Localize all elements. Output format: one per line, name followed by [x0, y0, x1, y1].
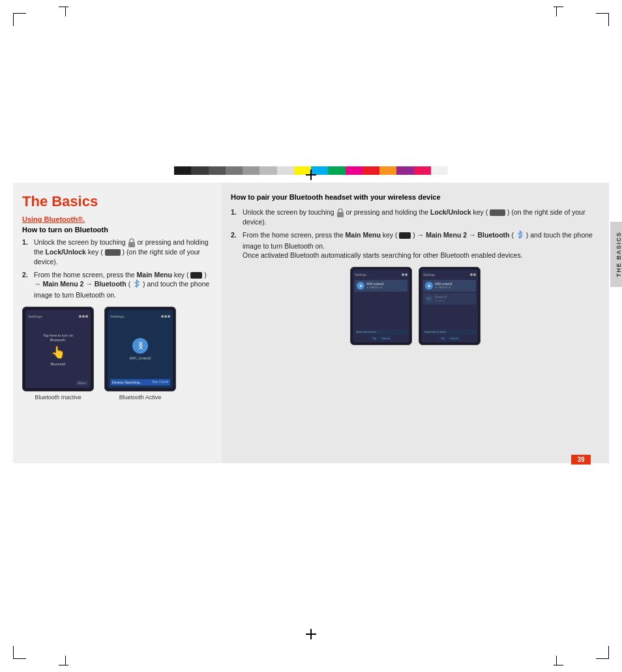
- right-column: THE BASICS 39 How to pair your Bluetooth…: [222, 183, 609, 463]
- phone-label-1: Bluetooth: [50, 362, 65, 366]
- how-to-pair-title: How to pair your Bluetooth headset with …: [231, 193, 600, 201]
- right-phone-2-wrapper: Settings ● WM united: [419, 267, 481, 345]
- left-steps-list: 1. Unlock the screen by touching or pres…: [22, 237, 213, 300]
- r-dot-3: [470, 273, 473, 276]
- section-title: The Basics: [22, 193, 213, 210]
- right-try-btn-1: Try: [370, 336, 378, 341]
- right-list-sub-2b: Headset: [435, 299, 447, 302]
- tap-hand-icon: 👆: [51, 345, 65, 359]
- crop-mark-tlh: [59, 7, 68, 7]
- bluetooth-icon-r1: [516, 230, 524, 241]
- crop-mark-blh: [59, 665, 68, 665]
- key-icon-1: [105, 249, 121, 256]
- right-list-item-2b: BT Device B Headset: [423, 293, 476, 305]
- right-list-item-1: ● WM united2 ★ PAIRED ★: [355, 280, 407, 292]
- phone-searching-text: Devices Searching...: [112, 380, 142, 384]
- crosshair-top: [306, 170, 316, 180]
- right-list-labels-2a: WM united2 ★ PAIRED ★: [435, 282, 452, 289]
- phone-status-icons-1: [79, 315, 88, 318]
- right-cancel-btn-1: Cancel: [379, 336, 391, 341]
- status-dot-3: [85, 315, 88, 318]
- crop-mark-brv: [556, 656, 557, 665]
- right-step-1-text: Unlock the screen by touching or pressin…: [243, 207, 600, 227]
- right-try-btn-2: Try: [439, 336, 447, 341]
- right-phone-status-1: Settings: [355, 272, 407, 277]
- phone-tap-text: Tap here to turn on Bluetooth.: [43, 333, 73, 343]
- right-list-bt-1: ●: [359, 283, 362, 288]
- phone-status-bar-1: Settings: [28, 314, 88, 319]
- phone-screenshot-inactive: Settings Tap here to turn on Bluetooth. …: [22, 307, 94, 391]
- right-status-icons-1: [402, 273, 407, 276]
- crop-mark-brh: [554, 665, 563, 665]
- phone-screenshot-active: Settings ᛝ WiFi_United2: [104, 307, 176, 391]
- phone-settings-label-2: Settings: [110, 314, 125, 318]
- right-phone-1-wrapper: Settings ● WM united: [350, 267, 412, 345]
- status-dot-5: [164, 315, 167, 318]
- right-step-1-num: 1.: [231, 207, 240, 227]
- status-dot-6: [168, 315, 170, 318]
- phone-status-bar-2: Settings: [110, 314, 170, 319]
- step-2-num: 2.: [22, 270, 31, 300]
- right-phone-screen-1: Settings ● WM united: [353, 269, 409, 343]
- r-dot-1: [402, 273, 404, 276]
- extra-text: Once activated Bluetooth automatically s…: [243, 251, 523, 259]
- using-bluetooth-label: Using Bluetooth®.: [22, 215, 213, 223]
- crop-mark-br: [596, 646, 609, 659]
- right-step-2: 2. From the home screen, press the Main …: [231, 230, 600, 260]
- right-phone-screenshot-2: Settings ● WM united: [419, 267, 481, 345]
- right-list-icon-2a: ●: [425, 282, 433, 290]
- right-bottom-btns-2: Try Cancel: [439, 336, 460, 341]
- phone-bottom-bar-1: Menu: [28, 380, 88, 386]
- right-settings-2: Settings: [423, 273, 435, 277]
- lock-icon-1: [128, 238, 136, 247]
- phone-screen-inactive: Settings Tap here to turn on Bluetooth. …: [25, 310, 91, 388]
- phone-screen-active: Settings ᛝ WiFi_United2: [108, 310, 173, 388]
- how-turn-on-title: How to turn on Bluetooth: [22, 226, 213, 234]
- right-step-2-text: From the home screen, press the Main Men…: [243, 230, 600, 260]
- right-cancel-btn-2: Cancel: [448, 336, 460, 341]
- right-list-labels-1: WM united2 ★ PAIRED ★: [366, 282, 384, 289]
- phone-menu-btn-1: Menu: [76, 380, 88, 386]
- phone-inactive-wrapper: Settings Tap here to turn on Bluetooth. …: [22, 307, 94, 401]
- left-step-2: 2. From the home screen, press the Main …: [22, 270, 213, 300]
- left-column: The Basics Using Bluetooth®. How to turn…: [13, 183, 222, 463]
- step-1-num: 1.: [22, 237, 31, 267]
- right-list-icon-2b: BT: [425, 295, 433, 303]
- side-tab-label: THE BASICS: [615, 232, 622, 277]
- r-dot-4: [473, 273, 476, 276]
- menu-key-icon-1: [190, 272, 202, 279]
- crop-mark-tlv: [65, 7, 66, 16]
- crop-mark-bl: [13, 646, 26, 659]
- right-phone-screenshot-1: Settings ● WM united: [350, 267, 412, 345]
- side-tab: THE BASICS: [610, 222, 622, 287]
- right-screenshots-row: Settings ● WM united: [231, 267, 600, 345]
- phone-active-wrapper: Settings ᛝ WiFi_United2: [104, 307, 176, 401]
- right-step-2-num: 2.: [231, 230, 240, 260]
- right-status-icons-2: [470, 273, 476, 276]
- status-dot-1: [79, 315, 81, 318]
- r-dot-2: [405, 273, 407, 276]
- phone-content-1: Tap here to turn on Bluetooth. 👆 Bluetoo…: [28, 320, 88, 379]
- main-content: The Basics Using Bluetooth®. How to turn…: [13, 183, 609, 463]
- left-step-1: 1. Unlock the screen by touching or pres…: [22, 237, 213, 267]
- step-1-text: Unlock the screen by touching or pressin…: [34, 237, 213, 267]
- right-list-sub-1: ★ PAIRED ★: [366, 286, 384, 289]
- crop-mark-trv: [556, 7, 557, 16]
- phone-searching-bar: Devices Searching... Stop Cancel: [110, 379, 170, 386]
- page-number: 39: [571, 455, 591, 465]
- status-dot-2: [82, 315, 85, 318]
- bt-symbol-active: ᛝ: [138, 341, 143, 350]
- phone-bt-icon-active: ᛝ: [132, 338, 148, 354]
- phone-cancel-btn: Cancel: [159, 380, 168, 384]
- right-phone-screen-2: Settings ● WM united: [421, 269, 478, 343]
- right-list-bt-2b: BT: [426, 297, 432, 301]
- crop-mark-tr: [596, 13, 609, 26]
- bluetooth-icon-1: [132, 279, 141, 290]
- phone-settings-label-1: Settings: [28, 314, 42, 318]
- right-list-sub-2a: ★ PAIRED ★: [435, 286, 452, 289]
- svg-rect-0: [128, 242, 135, 247]
- key-icon-r1: [490, 209, 505, 216]
- svg-rect-3: [337, 212, 344, 217]
- right-list-icon-1: ●: [357, 282, 364, 290]
- crosshair-bottom: [306, 629, 316, 639]
